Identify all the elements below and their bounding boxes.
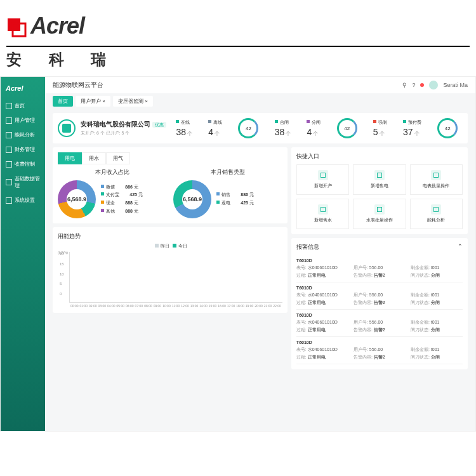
avatar[interactable]	[429, 81, 438, 89]
subtab[interactable]: 用气	[106, 152, 130, 164]
sidebar-item[interactable]: 基础数据管理	[1, 171, 45, 193]
company-name: 安科瑞电气股份有限公司	[81, 121, 150, 128]
alarm-title: 报警信息	[296, 243, 319, 251]
quick-item[interactable]: 新增开户	[296, 164, 349, 195]
company-tag: 优惠	[152, 122, 166, 128]
expand-icon[interactable]: ⌃	[458, 243, 463, 251]
trend-title: 用能趋势	[58, 232, 282, 241]
page-title: 能源物联网云平台	[53, 81, 103, 89]
stat-item: 分闸4个	[307, 119, 321, 137]
stat-ring: 42	[437, 118, 458, 138]
quick-icon	[374, 170, 385, 180]
donut2-title: 本月销售类型	[173, 168, 282, 176]
tab[interactable]: 首页	[53, 96, 73, 107]
revenue-card: 用电用水用气 本月收入占比 6,568.9 微信886 元支付宝425 元现金8…	[53, 147, 288, 223]
trend-bars: 20151050	[69, 252, 282, 303]
stat-ring: 42	[238, 118, 258, 138]
quick-item[interactable]: 新增售水	[296, 199, 349, 229]
brand-en: Acrel	[30, 13, 84, 39]
svg-rect-0	[8, 18, 20, 31]
quick-access-card: 快捷入口 新增开户新增售电电表批量操作新增售水水表批量操作能耗分析	[291, 147, 468, 234]
quick-icon	[431, 204, 441, 215]
user-name: Serati Ma	[443, 82, 468, 88]
alarm-item[interactable]: T6010D 表号: 水040601010D 用户号: 556.00 剩余金额:…	[296, 337, 463, 364]
quick-item[interactable]: 水表批量操作	[353, 199, 406, 229]
company-card: 安科瑞电气股份有限公司 优惠 未开户: 6 个 已开户: 5 个 在线38个离线…	[53, 113, 468, 143]
donut2-legend: 销售886 元退电425 元	[216, 191, 254, 207]
quick-icon	[374, 204, 385, 215]
quick-icon	[318, 170, 328, 180]
tabs: 首页用户开户 ×变压器监测 ×	[45, 93, 475, 109]
tab[interactable]: 用户开户 ×	[76, 96, 110, 107]
donut1-title: 本月收入占比	[58, 168, 167, 176]
sidebar-brand: Acrel	[1, 82, 45, 98]
topbar: 能源物联网云平台 ⚲ ? Serati Ma	[45, 77, 475, 93]
stats-row: 在线38个离线4个42合闸38个分闸4个42强制5个预付费37个42	[171, 118, 463, 138]
menu-icon	[6, 117, 12, 124]
menu-icon	[6, 147, 12, 153]
sidebar-item[interactable]: 首页	[1, 98, 45, 113]
quick-item[interactable]: 新增售电	[353, 164, 406, 195]
menu-icon	[6, 161, 12, 168]
alarm-card: 报警信息⌃ T6010D 表号: 水040601010D 用户号: 556.00…	[291, 238, 468, 369]
menu-icon	[6, 197, 12, 204]
subtab[interactable]: 用电	[58, 152, 82, 164]
sidebar-item[interactable]: 财务管理	[1, 142, 45, 157]
quick-item[interactable]: 能耗分析	[410, 199, 463, 229]
sidebar-item[interactable]: 能耗分析	[1, 128, 45, 142]
sidebar: Acrel 首页用户管理能耗分析财务管理收费控制基础数据管理系统设置	[1, 77, 45, 431]
quick-item[interactable]: 电表批量操作	[410, 164, 463, 195]
alarm-item[interactable]: T6010D 表号: 水040601010D 用户号: 556.00 剩余金额:…	[296, 282, 463, 310]
stat-item: 预付费37个	[403, 119, 421, 137]
menu-icon	[6, 103, 12, 109]
alarm-item[interactable]: T6010D 表号: 水040601010D 用户号: 556.00 剩余金额:…	[296, 255, 463, 282]
donut1-chart: 6,568.9	[58, 180, 96, 218]
alarm-item[interactable]: T6010D 表号: 水040601010D 用户号: 556.00 剩余金额:…	[296, 310, 463, 337]
sidebar-item[interactable]: 收费控制	[1, 157, 45, 171]
stat-ring: 42	[337, 118, 357, 138]
quick-icon	[431, 170, 441, 180]
menu-icon	[6, 132, 12, 138]
tab[interactable]: 变压器监测 ×	[113, 96, 153, 107]
trend-legend: 昨日 今日	[58, 243, 282, 249]
donut1-legend: 微信886 元支付宝425 元现金888 元其他888 元	[101, 183, 143, 215]
menu-icon	[6, 179, 12, 185]
sidebar-item[interactable]: 用户管理	[1, 113, 45, 128]
stat-item: 在线38个	[176, 119, 192, 137]
help-icon[interactable]: ?	[412, 82, 415, 88]
stat-item: 合闸38个	[275, 119, 291, 137]
stat-item: 离线4个	[208, 119, 222, 137]
brand-header: Acrel 安 科 瑞	[0, 0, 476, 76]
notification-icon[interactable]	[420, 83, 424, 87]
company-icon	[58, 119, 76, 137]
donut2-chart: 6,568.9	[173, 180, 211, 218]
stat-item: 强制5个	[373, 119, 387, 137]
brand-cn: 安 科 瑞	[6, 46, 470, 70]
app-window: Acrel 首页用户管理能耗分析财务管理收费控制基础数据管理系统设置 能源物联网…	[0, 76, 476, 432]
trend-card: 用能趋势 昨日 今日 (kWh) 20151050 00:0001:0002:0…	[53, 227, 288, 313]
acrel-logo-icon	[6, 17, 27, 43]
quick-icon	[318, 204, 328, 215]
search-icon[interactable]: ⚲	[402, 82, 407, 88]
quick-title: 快捷入口	[296, 152, 463, 161]
subtab[interactable]: 用水	[82, 152, 106, 164]
sidebar-item[interactable]: 系统设置	[1, 193, 45, 208]
